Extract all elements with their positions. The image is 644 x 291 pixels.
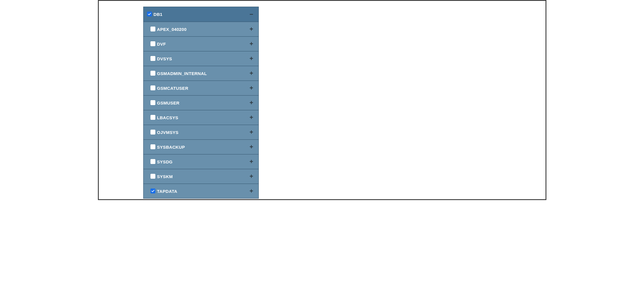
checkbox-syskm[interactable] xyxy=(150,174,155,179)
checkbox-db1[interactable] xyxy=(147,12,152,16)
expand-icon[interactable]: + xyxy=(249,26,254,32)
tree-child-label: OJVMSYS xyxy=(157,130,249,135)
tree-child-label: DVSYS xyxy=(157,56,249,61)
tree-child-label: TAPDATA xyxy=(157,189,249,194)
check-icon xyxy=(151,189,155,193)
tree-child-label: SYSDG xyxy=(157,159,249,164)
tree-child-row[interactable]: GSMADMIN_INTERNAL + xyxy=(144,66,258,81)
expand-icon[interactable]: + xyxy=(249,85,254,91)
tree-child-label: SYSBACKUP xyxy=(157,145,249,150)
tree-child-row[interactable]: DVSYS + xyxy=(144,51,258,66)
tree-child-label: LBACSYS xyxy=(157,115,249,120)
tree-child-label: DVF xyxy=(157,42,249,46)
collapse-icon[interactable]: − xyxy=(249,11,254,18)
expand-icon[interactable]: + xyxy=(249,173,254,180)
tree-child-row[interactable]: OJVMSYS + xyxy=(144,125,258,139)
checkbox-dvsys[interactable] xyxy=(150,56,155,61)
tree-child-row[interactable]: SYSDG + xyxy=(144,154,258,169)
tree-child-row[interactable]: DVF + xyxy=(144,36,258,51)
checkbox-apex-040200[interactable] xyxy=(150,27,155,31)
tree-child-label: SYSKM xyxy=(157,174,249,179)
tree-root-label: DB1 xyxy=(154,12,249,17)
checkbox-gsmadmin-internal[interactable] xyxy=(150,71,155,76)
expand-icon[interactable]: + xyxy=(249,114,254,121)
checkbox-sysbackup[interactable] xyxy=(150,144,155,149)
expand-icon[interactable]: + xyxy=(249,188,254,194)
expand-icon[interactable]: + xyxy=(249,70,254,77)
expand-icon[interactable]: + xyxy=(249,55,254,62)
tree-child-label: APEX_040200 xyxy=(157,27,249,32)
tree-child-row[interactable]: GSMCATUSER + xyxy=(144,81,258,95)
expand-icon[interactable]: + xyxy=(249,144,254,150)
checkbox-gsmuser[interactable] xyxy=(150,100,155,105)
schema-tree-panel: DB1 − APEX_040200 + DVF + DVSYS + xyxy=(143,7,259,199)
tree-child-row[interactable]: TAPDATA + xyxy=(144,184,258,198)
checkbox-sysdg[interactable] xyxy=(150,159,155,164)
checkbox-gsmcatuser[interactable] xyxy=(150,85,155,90)
tree-child-row[interactable]: GSMUSER + xyxy=(144,95,258,110)
checkbox-lbacsys[interactable] xyxy=(150,115,155,120)
expand-icon[interactable]: + xyxy=(249,41,254,47)
tree-child-row[interactable]: SYSBACKUP + xyxy=(144,139,258,154)
tree-child-row[interactable]: APEX_040200 + xyxy=(144,22,258,36)
checkbox-dvf[interactable] xyxy=(150,41,155,46)
tree-child-row[interactable]: SYSKM + xyxy=(144,169,258,184)
expand-icon[interactable]: + xyxy=(249,158,254,165)
checkbox-tapdata[interactable] xyxy=(150,189,155,193)
app-frame: DB1 − APEX_040200 + DVF + DVSYS + xyxy=(98,0,546,200)
tree-root-row[interactable]: DB1 − xyxy=(144,7,258,22)
check-icon xyxy=(148,12,151,16)
tree-child-label: GSMUSER xyxy=(157,100,249,105)
tree-child-label: GSMCATUSER xyxy=(157,86,249,91)
expand-icon[interactable]: + xyxy=(249,100,254,106)
expand-icon[interactable]: + xyxy=(249,129,254,135)
checkbox-ojvmsys[interactable] xyxy=(150,130,155,135)
tree-child-row[interactable]: LBACSYS + xyxy=(144,110,258,125)
tree-child-label: GSMADMIN_INTERNAL xyxy=(157,71,249,76)
